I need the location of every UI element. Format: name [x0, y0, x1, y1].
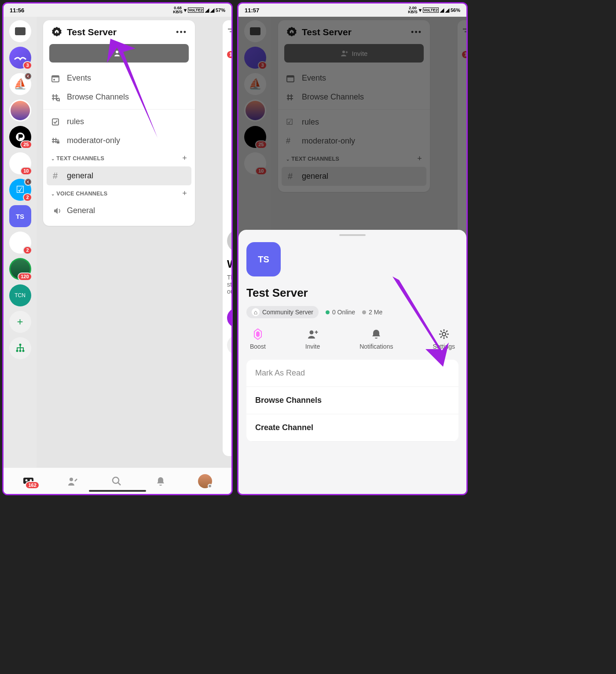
add-channel-button[interactable]: +: [182, 189, 187, 198]
volte-icon: VoLTE2: [188, 7, 204, 13]
add-person-icon: [307, 328, 319, 340]
discover-button[interactable]: [9, 337, 31, 359]
volte-icon: VoLTE2: [423, 7, 439, 13]
svg-point-14: [70, 478, 73, 481]
tab-profile[interactable]: [198, 474, 212, 488]
voice-channels-header[interactable]: ⌄VOICE CHANNELS +: [43, 185, 195, 202]
invite-button[interactable]: [49, 44, 189, 63]
svg-point-8: [53, 79, 55, 81]
server-name: Test Server: [67, 27, 117, 37]
tab-home[interactable]: 162: [23, 475, 35, 487]
svg-point-12: [25, 479, 27, 481]
signal-icon: ◢: [440, 7, 444, 13]
server-item[interactable]: 25: [9, 126, 31, 148]
drag-handle[interactable]: [339, 234, 366, 236]
signal-icon-2: ◢: [210, 7, 214, 13]
server-badge: 3: [23, 61, 32, 70]
house-icon: ⌂: [252, 308, 260, 316]
svg-rect-7: [52, 76, 59, 77]
tab-search[interactable]: [110, 475, 123, 487]
server-item[interactable]: ☑ 🔇 2: [9, 179, 31, 201]
add-person-icon: [114, 50, 122, 57]
server-badge: 120: [18, 273, 32, 281]
server-item[interactable]: [9, 99, 31, 122]
unread-badge: 162: [25, 481, 39, 489]
wifi-icon: ▾: [419, 7, 422, 13]
server-item[interactable]: 3: [9, 47, 31, 69]
boost-icon: [252, 328, 264, 340]
browse-channels-option[interactable]: Browse Channels: [246, 387, 458, 414]
battery-percent: 56%: [451, 7, 460, 13]
more-icon[interactable]: •••: [176, 28, 187, 37]
sheet-invite-button[interactable]: Invite: [305, 328, 320, 350]
network-speed: 0.68KB/S: [173, 6, 183, 14]
status-right: 2.00KB/S ▾ VoLTE2 ◢ ◢ 56%: [408, 6, 460, 14]
calendar-icon: [51, 74, 61, 83]
svg-point-5: [116, 51, 118, 53]
channel-rules[interactable]: rules: [43, 112, 195, 131]
tab-friends[interactable]: [66, 475, 79, 487]
voice-channel-general[interactable]: General: [47, 202, 191, 220]
browse-channels-button[interactable]: Browse Channels: [43, 88, 195, 107]
channel-general[interactable]: # general: [47, 166, 191, 185]
members-stat: 2 Me: [362, 309, 382, 316]
community-chip: ⌂ Community Server: [246, 306, 319, 318]
svg-point-2: [16, 350, 18, 352]
channel-label: moderator-only: [67, 136, 120, 145]
mark-as-read-button[interactable]: Mark As Read: [246, 360, 458, 387]
locked-hash-icon: [51, 136, 61, 145]
boost-button[interactable]: Boost: [250, 328, 266, 350]
hash-circle-icon: #: [227, 230, 233, 252]
content-preview: 162 # We This i steps our G 📞 ✏️: [223, 20, 233, 456]
events-button[interactable]: Events: [43, 69, 195, 88]
screenshot-right: 11:57 2.00KB/S ▾ VoLTE2 ◢ ◢ 56% 3 ⛵ 25 1…: [237, 2, 468, 495]
muted-icon: 🔇: [24, 178, 32, 186]
unread-badge: 162: [227, 51, 233, 58]
gear-icon: [438, 328, 450, 340]
svg-point-1: [19, 344, 21, 346]
chat-icon: [15, 27, 26, 35]
action-row: Boost Invite Notifications Settings: [246, 328, 458, 350]
server-item[interactable]: ⛵ 🔇: [9, 73, 31, 95]
server-header[interactable]: Test Server •••: [43, 26, 195, 44]
status-bar: 11:57 2.00KB/S ▾ VoLTE2 ◢ ◢ 56%: [238, 4, 466, 17]
dm-button[interactable]: [9, 20, 31, 42]
server-stats-row: ⌂ Community Server 0 Online 2 Me: [246, 306, 458, 318]
settings-button[interactable]: Settings: [433, 328, 455, 350]
server-item[interactable]: 10: [9, 152, 31, 174]
online-stat: 0 Online: [326, 309, 355, 316]
add-server-button[interactable]: +: [9, 311, 31, 333]
sheet-server-name: Test Server: [246, 286, 458, 300]
server-rail[interactable]: 3 ⛵ 🔇 25 10 ☑ 🔇 2 TS 2: [4, 17, 37, 468]
text-channels-header[interactable]: ⌄TEXT CHANNELS +: [43, 150, 195, 166]
notifications-button[interactable]: Notifications: [359, 328, 393, 350]
chevron-down-icon: ⌄: [51, 156, 55, 161]
options-list: Mark As Read Browse Channels Create Chan…: [246, 360, 458, 442]
server-item-active[interactable]: TS: [9, 205, 31, 227]
server-item[interactable]: 2: [9, 232, 31, 254]
channel-mod-only[interactable]: moderator-only: [43, 131, 195, 150]
home-indicator: [89, 490, 146, 492]
network-speed: 2.00KB/S: [408, 6, 418, 14]
browse-label: Browse Channels: [67, 92, 129, 102]
community-icon: [51, 26, 62, 38]
svg-point-15: [113, 477, 119, 483]
create-channel-option[interactable]: Create Channel: [246, 414, 458, 442]
hash-icon: #: [53, 171, 62, 181]
chevron-down-icon: ⌄: [51, 192, 55, 196]
server-badge: 2: [23, 193, 32, 202]
svg-rect-10: [52, 119, 59, 125]
server-badge: 10: [20, 167, 32, 175]
channel-label: General: [67, 206, 95, 215]
server-item[interactable]: TCN: [9, 284, 31, 306]
svg-point-19: [309, 331, 313, 335]
add-channel-button[interactable]: +: [182, 154, 187, 163]
rules-icon: [51, 118, 61, 126]
signal-icon-2: ◢: [445, 7, 449, 13]
wifi-icon: ▾: [184, 7, 187, 13]
muted-icon: 🔇: [24, 72, 32, 80]
tab-notifications[interactable]: [154, 475, 167, 487]
signal-icon: ◢: [205, 7, 209, 13]
server-badge: 2: [23, 246, 32, 254]
server-item[interactable]: 120: [9, 258, 31, 280]
